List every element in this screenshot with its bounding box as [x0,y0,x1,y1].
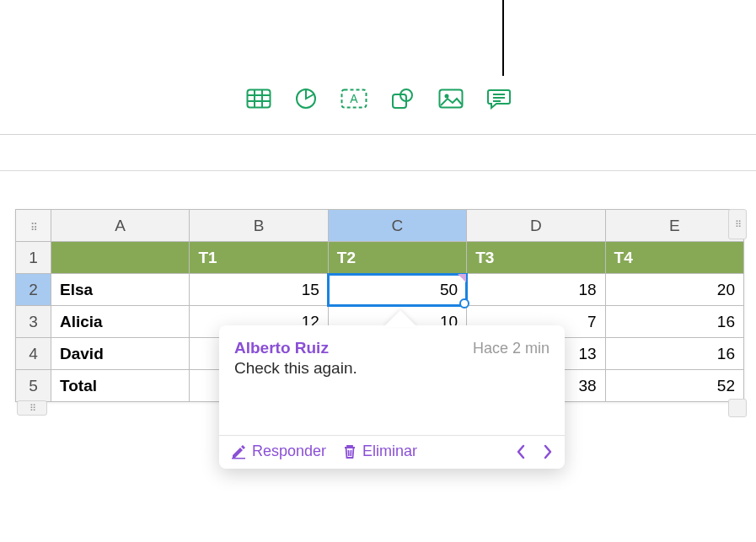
table-icon[interactable] [246,89,271,109]
name-cell[interactable]: Elsa [51,274,190,306]
reply-button[interactable]: Responder [231,443,326,460]
header-cell[interactable]: T1 [190,242,328,274]
column-header-C[interactable]: C [328,210,466,242]
add-column-handle[interactable]: ⠿ [728,209,747,239]
header-cell[interactable]: T3 [467,242,605,274]
row-header-2[interactable]: 2 [16,274,51,306]
data-cell[interactable]: 50 [328,274,466,306]
svg-rect-0 [247,90,270,108]
comment-popover: Alberto Ruiz Hace 2 min Check this again… [219,325,565,469]
header-cell[interactable]: T2 [328,242,466,274]
row-header-5[interactable]: 5 [16,370,51,402]
column-header-B[interactable]: B [190,210,328,242]
column-header-A[interactable]: A [51,210,190,242]
name-cell[interactable]: Total [51,370,190,402]
next-comment-button[interactable] [543,444,553,459]
add-row-handle[interactable]: ⠿ [17,400,47,416]
row-header-4[interactable]: 4 [16,338,51,370]
comment-actions: Responder Eliminar [219,435,565,469]
comment-author: Alberto Ruiz [234,339,329,357]
header-cell[interactable]: T4 [605,242,743,274]
svg-text:A: A [350,92,358,105]
data-cell[interactable]: 52 [605,370,743,402]
media-icon[interactable] [438,89,464,109]
chart-icon[interactable] [295,88,317,110]
comment-icon[interactable] [487,88,511,110]
comment-timestamp: Hace 2 min [473,340,550,357]
resize-handle[interactable] [728,399,747,417]
column-header-E[interactable]: E [605,210,743,242]
data-cell[interactable]: 15 [190,274,328,306]
data-cell[interactable]: 18 [467,274,605,306]
data-cell[interactable]: 20 [605,274,743,306]
topbar: A [0,0,756,135]
data-cell[interactable]: 16 [605,306,743,338]
pencil-icon [231,444,246,459]
svg-rect-10 [439,90,462,108]
prev-comment-button[interactable] [516,444,526,459]
name-cell[interactable]: Alicia [51,306,190,338]
row-header-3[interactable]: 3 [16,306,51,338]
column-header-D[interactable]: D [467,210,605,242]
header-cell[interactable] [51,242,190,274]
shape-icon[interactable] [391,88,415,110]
trash-icon [343,444,357,459]
toolbar: A [0,88,756,121]
reply-label: Responder [252,443,326,460]
name-cell[interactable]: David [51,338,190,370]
comment-text: Check this again. [234,359,550,378]
text-icon[interactable]: A [340,89,367,109]
row-header-1[interactable]: 1 [16,242,51,274]
spreadsheet: ⠿ABCDE1T1T2T3T42Elsa155018203Alicia12107… [0,209,756,402]
toolbar-divider [0,134,756,135]
sheet-divider [0,170,756,171]
svg-rect-15 [232,458,245,459]
svg-point-11 [444,94,448,99]
corner-cell[interactable]: ⠿ [16,210,51,242]
delete-label: Eliminar [362,443,417,460]
delete-button[interactable]: Eliminar [343,443,417,460]
data-cell[interactable]: 16 [605,338,743,370]
